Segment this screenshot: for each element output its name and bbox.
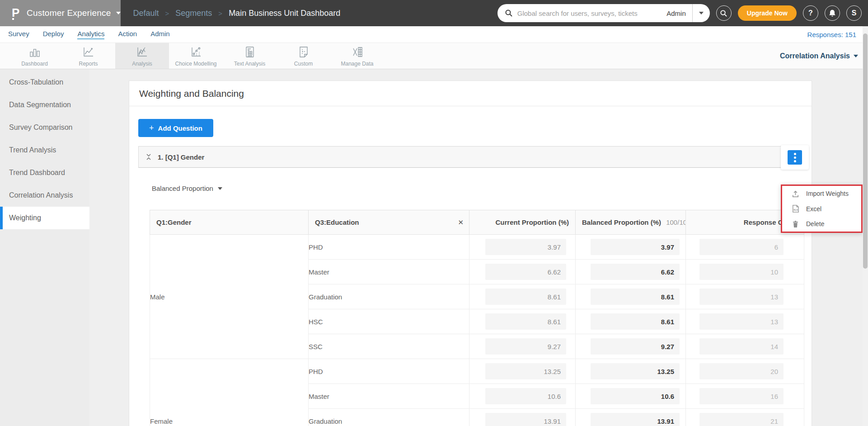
page-scrollbar[interactable]: [863, 26, 868, 426]
collapse-icon[interactable]: [145, 153, 152, 161]
tab-deploy[interactable]: Deploy: [43, 30, 64, 39]
kebab-dot: [794, 160, 796, 162]
question-context-menu: Import Weights XLS Excel Delete: [781, 185, 863, 233]
proportion-mode-dropdown[interactable]: Balanced Proportion: [152, 185, 222, 192]
upgrade-button[interactable]: Upgrade Now: [738, 5, 797, 21]
global-search-input[interactable]: Global search for users, surveys, ticket…: [497, 4, 710, 22]
toolbar-label: Reports: [79, 61, 98, 67]
col-header-balanced-label: Balanced Proportion (%): [582, 218, 661, 226]
notifications-button[interactable]: [825, 5, 840, 21]
question-mark-icon: ?: [808, 9, 813, 17]
primary-nav: Survey Deploy Analytics Action Admin Res…: [0, 26, 868, 43]
sidebar-item-weighting[interactable]: Weighting: [0, 207, 89, 229]
balanced-proportion-input[interactable]: 6.62: [591, 264, 680, 280]
breadcrumb-separator: >: [218, 9, 222, 17]
question-title: 1. [Q1] Gender: [158, 153, 204, 161]
current-proportion-value: 9.27: [485, 338, 566, 355]
toolbar-label: Custom: [294, 61, 313, 67]
education-cell: PHD: [309, 359, 469, 384]
breadcrumb-link-default[interactable]: Default: [133, 9, 159, 18]
page-title: Weighting and Balancing: [129, 81, 812, 106]
col-header-current-proportion: Current Proportion (%): [469, 210, 576, 235]
question-panel-header[interactable]: 1. [Q1] Gender: [138, 146, 804, 168]
sidebar-item-correlation-analysis[interactable]: Correlation Analysis: [0, 184, 89, 207]
tab-survey[interactable]: Survey: [8, 30, 29, 39]
analysis-type-dropdown[interactable]: Correlation Analysis: [780, 52, 858, 60]
current-proportion-value: 3.97: [485, 239, 566, 255]
avatar-initial: S: [852, 9, 857, 17]
bar-chart-icon: [28, 45, 42, 59]
response-count-value: 10: [699, 264, 784, 280]
gender-cell: Male: [150, 235, 309, 359]
toolbar-choice-modelling[interactable]: Choice Modelling: [169, 43, 223, 69]
question-menu-button[interactable]: [788, 150, 802, 165]
col-header-balanced-proportion: Balanced Proportion (%) 100/100: [576, 210, 686, 235]
tab-action[interactable]: Action: [118, 30, 137, 39]
balanced-proportion-input[interactable]: 13.91: [591, 413, 680, 426]
current-proportion-value: 8.61: [485, 313, 566, 330]
sidebar-item-survey-comparison[interactable]: Survey Comparison: [0, 116, 89, 139]
breadcrumb-link-segments[interactable]: Segments: [175, 9, 212, 18]
avatar[interactable]: S: [846, 5, 862, 21]
current-proportion-value: 13.91: [485, 413, 566, 426]
scrollbar-thumb[interactable]: [863, 33, 868, 269]
balanced-proportion-input[interactable]: 3.97: [591, 239, 680, 255]
add-question-label: Add Question: [158, 124, 202, 132]
add-question-button[interactable]: + Add Question: [138, 119, 213, 137]
current-proportion-value: 6.62: [485, 264, 566, 280]
sidebar-item-data-segmentation[interactable]: Data Segmentation: [0, 94, 89, 116]
toolbar-reports[interactable]: Reports: [61, 43, 115, 69]
search-submit-button[interactable]: [716, 5, 732, 21]
questionpro-logo: P: [11, 6, 22, 20]
menu-item-excel[interactable]: XLS Excel: [782, 201, 861, 216]
sidebar-item-trend-dashboard[interactable]: Trend Dashboard: [0, 161, 89, 184]
help-button[interactable]: ?: [803, 5, 818, 21]
table-row: Female PHD 13.25 13.25 20: [150, 359, 804, 384]
response-count-value: 6: [699, 239, 784, 255]
balanced-proportion-input[interactable]: 8.61: [591, 289, 680, 305]
workspace-switcher[interactable]: P Customer Experience: [0, 0, 121, 26]
weighting-table: Q1:Gender Q3:Education ✕ Current Proport…: [150, 210, 804, 426]
balanced-proportion-input[interactable]: 10.6: [591, 388, 680, 404]
gender-label: Female: [150, 417, 308, 426]
balanced-proportion-input[interactable]: 13.25: [591, 363, 680, 379]
line-chart-icon: [82, 45, 95, 59]
balanced-proportion-input[interactable]: 9.27: [591, 338, 680, 355]
balanced-total-badge: 100/100: [666, 218, 685, 226]
balanced-proportion-input[interactable]: 8.61: [591, 313, 680, 330]
breadcrumb-separator: >: [165, 9, 169, 17]
sidebar-item-trend-analysis[interactable]: Trend Analysis: [0, 139, 89, 161]
caret-down-icon: [854, 55, 858, 57]
tab-admin[interactable]: Admin: [150, 30, 170, 39]
toolbar-custom[interactable]: Custom: [277, 43, 330, 69]
svg-text:XLS: XLS: [793, 208, 798, 211]
close-icon[interactable]: ✕: [458, 218, 464, 227]
breadcrumb-current: Main Business Unit Dashboard: [229, 9, 340, 18]
toolbar-analysis[interactable]: Analysis: [115, 43, 169, 69]
search-scope-selector[interactable]: Admin: [666, 9, 686, 17]
analysis-sidebar: Cross-Tabulation Data Segmentation Surve…: [0, 69, 89, 426]
header-actions: Global search for users, surveys, ticket…: [497, 4, 868, 22]
menu-item-delete[interactable]: Delete: [782, 217, 861, 232]
bell-icon: [828, 9, 836, 17]
toolbar-text-analysis[interactable]: Text Analysis: [223, 43, 277, 69]
menu-item-import-weights[interactable]: Import Weights: [782, 186, 861, 201]
current-proportion-value: 13.25: [485, 363, 566, 379]
toolbar-dashboard[interactable]: Dashboard: [8, 43, 61, 69]
response-count-value: 14: [699, 338, 784, 355]
toolbar-label: Analysis: [132, 61, 152, 67]
sidebar-item-cross-tabulation[interactable]: Cross-Tabulation: [0, 71, 89, 94]
search-icon: [505, 9, 513, 17]
workspace-name: Customer Experience: [27, 8, 111, 18]
search-scope-caret[interactable]: [693, 4, 710, 22]
analytics-toolbar: Dashboard Reports Analysis Choice Modell…: [0, 43, 868, 69]
education-cell: Master: [309, 384, 469, 409]
text-doc-icon: [243, 45, 257, 59]
breadcrumb: Default > Segments > Main Business Unit …: [133, 9, 341, 18]
col-header-education-label: Q3:Education: [315, 218, 359, 226]
analysis-type-label: Correlation Analysis: [780, 52, 850, 60]
custom-page-icon: [297, 45, 310, 59]
tab-analytics[interactable]: Analytics: [77, 30, 104, 39]
toolbar-manage-data[interactable]: Manage Data: [330, 43, 384, 69]
education-cell: Master: [309, 260, 469, 284]
